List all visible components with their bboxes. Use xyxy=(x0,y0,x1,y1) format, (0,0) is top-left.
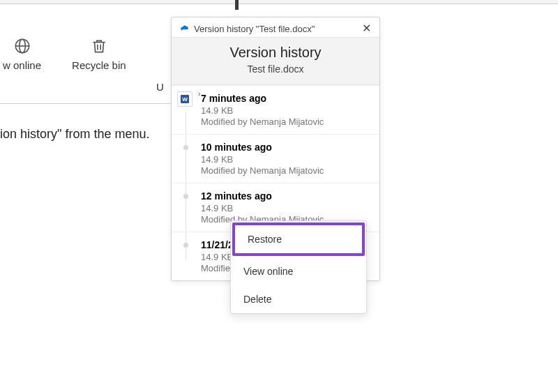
word-file-icon: W xyxy=(177,91,193,107)
context-delete[interactable]: Delete xyxy=(231,285,366,313)
timeline-dot xyxy=(183,243,188,248)
context-restore[interactable]: Restore xyxy=(232,223,365,256)
close-button[interactable]: ✕ xyxy=(362,23,371,34)
view-online-label: w online xyxy=(3,59,41,71)
onedrive-cloud-icon xyxy=(180,24,190,33)
version-context-menu: Restore View online Delete xyxy=(230,220,367,314)
version-time: 7 minutes ago xyxy=(201,93,371,104)
version-size: 14.9 KB xyxy=(201,154,371,165)
version-modified-by: Modified by Nemanja Mijatovic xyxy=(201,165,371,176)
background-text-fragment: ion history" from the menu. xyxy=(0,127,149,142)
truncated-tool-label: U xyxy=(156,81,164,93)
ruler-tick xyxy=(235,0,239,10)
view-online-tool[interactable]: w online xyxy=(3,37,41,71)
dialog-subtitle: Test file.docx xyxy=(172,63,379,75)
version-time: 12 minutes ago xyxy=(201,190,371,202)
background-toolbar: w online Recycle bin xyxy=(0,37,183,71)
version-size: 14.9 KB xyxy=(201,203,371,213)
recycle-bin-tool[interactable]: Recycle bin xyxy=(72,37,126,71)
dialog-window-title: Version history "Test file.docx" xyxy=(194,24,315,34)
dialog-header: Version history Test file.docx xyxy=(172,37,379,85)
version-size: 14.9 KB xyxy=(201,105,371,116)
toolbar-underline xyxy=(0,103,183,104)
version-item[interactable]: 10 minutes ago 14.9 KB Modified by Neman… xyxy=(172,134,379,183)
dialog-titlebar: Version history "Test file.docx" ✕ xyxy=(172,17,379,37)
context-view-online[interactable]: View online xyxy=(231,257,366,285)
timeline-dot xyxy=(183,194,188,199)
version-item[interactable]: W › 7 minutes ago 14.9 KB Modified by Ne… xyxy=(172,85,379,134)
version-time: 10 minutes ago xyxy=(201,142,371,153)
current-version-marker: › xyxy=(198,90,200,98)
version-modified-by: Modified by Nemanja Mijatovic xyxy=(201,116,371,127)
globe-icon xyxy=(13,37,31,55)
recycle-bin-label: Recycle bin xyxy=(72,59,126,71)
trash-icon xyxy=(90,37,108,55)
window-top-border xyxy=(0,0,558,4)
dialog-title: Version history xyxy=(172,45,379,61)
timeline-dot xyxy=(183,145,188,150)
